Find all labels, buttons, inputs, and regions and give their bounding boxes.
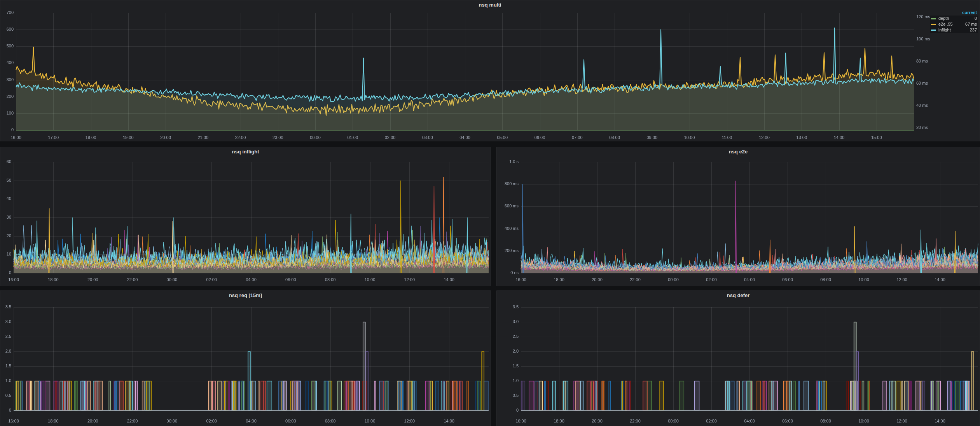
legend-row-depth[interactable]: depth 0 <box>930 16 978 21</box>
legend-series-value: 237 <box>970 27 977 33</box>
series-color-dash <box>931 24 936 25</box>
legend-series-name: e2e .95 <box>938 21 953 27</box>
legend-row-e2e-95[interactable]: e2e .95 67 ms <box>930 21 978 27</box>
series-color-dash <box>931 30 936 31</box>
nsq-req-chart[interactable] <box>0 300 491 426</box>
nsq-defer-chart[interactable] <box>497 300 980 426</box>
panel-title-nsq-req[interactable]: nsq req [15m] <box>0 291 491 300</box>
legend-row-inflight[interactable]: inflight 237 <box>930 27 978 33</box>
nsq-multi-chart[interactable] <box>0 10 980 141</box>
nsq-inflight-chart[interactable] <box>0 156 491 286</box>
panel-nsq-req: nsq req [15m] <box>0 290 491 426</box>
legend-current-header[interactable]: current <box>930 10 978 16</box>
legend-series-name: depth <box>938 16 949 21</box>
panel-title-nsq-e2e[interactable]: nsq e2e <box>497 147 980 156</box>
legend-series-value: 67 ms <box>965 21 977 27</box>
panel-title-nsq-multi[interactable]: nsq multi <box>0 0 980 10</box>
panel-nsq-multi: nsq multi current depth 0 e2e .95 67 ms … <box>0 0 980 141</box>
panel-title-nsq-inflight[interactable]: nsq inflight <box>0 147 491 156</box>
nsq-e2e-chart[interactable] <box>497 156 980 286</box>
panel-title-nsq-defer[interactable]: nsq defer <box>497 291 980 300</box>
panel-nsq-inflight: nsq inflight <box>0 147 491 286</box>
series-color-dash <box>931 18 936 19</box>
panel-nsq-defer: nsq defer <box>496 290 980 426</box>
legend-series-value: 0 <box>975 16 977 21</box>
legend-series-name: inflight <box>938 27 951 33</box>
legend: current depth 0 e2e .95 67 ms inflight 2… <box>930 10 978 33</box>
grafana-dashboard: nsq multi current depth 0 e2e .95 67 ms … <box>0 0 980 426</box>
panel-nsq-e2e: nsq e2e <box>496 147 980 286</box>
